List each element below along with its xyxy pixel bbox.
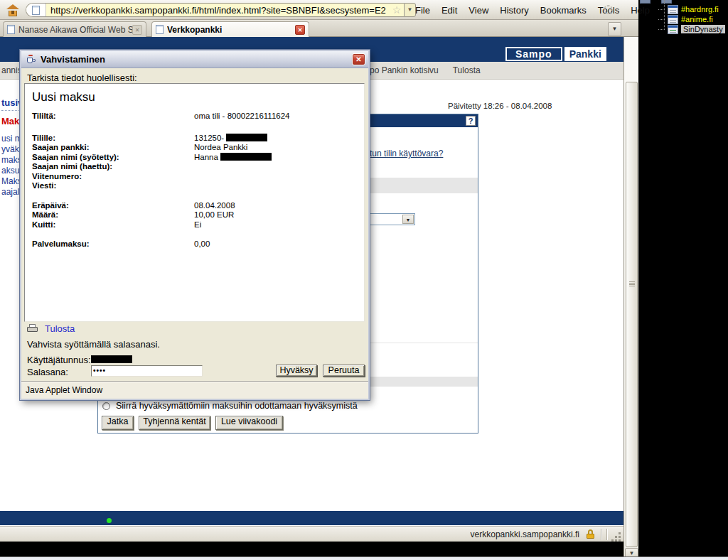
field-row-tilille: Tilille: 131250-: [32, 134, 357, 144]
scrollbar-grip: [629, 281, 635, 282]
tab-close-icon[interactable]: ✕: [132, 25, 142, 35]
menu-history[interactable]: History: [498, 4, 530, 16]
menu-bookmarks[interactable]: Bookmarks: [539, 4, 588, 16]
tree-item-hardnrg[interactable]: #hardnrg.fi: [658, 4, 719, 14]
browser-toolbar: https://verkkopankki.sampopankki.fi/html…: [0, 0, 638, 20]
vertical-scrollbar[interactable]: ▼: [623, 37, 638, 560]
tab-strip: Nanase Aikawa Official Web Site ✕ Verkko…: [0, 20, 638, 37]
field-label: Palvelumaksu:: [32, 239, 194, 249]
field-value: Ei: [194, 220, 201, 230]
redacted-value: [226, 134, 267, 141]
sidebar-divider: [1, 110, 20, 111]
tab-close-icon[interactable]: ✕: [295, 25, 305, 35]
menu-edit[interactable]: Edit: [440, 4, 459, 16]
link-bank-homepage[interactable]: po Pankin kotisivu: [370, 65, 439, 75]
tab-label: Verkkopankki: [167, 25, 295, 35]
redacted-value: [220, 153, 272, 161]
home-icon[interactable]: [6, 4, 19, 16]
approve-button[interactable]: Hyväksy: [276, 365, 317, 377]
tree-item-label: #hardnrg.fi: [681, 5, 719, 14]
field-row-maara: Määrä: 10,00 EUR: [32, 210, 357, 220]
tab-verkkopankki[interactable]: Verkkopankki ✕: [151, 21, 309, 37]
clear-fields-button[interactable]: Tyhjennä kentät: [139, 416, 210, 430]
field-value: Hanna: [194, 153, 218, 163]
tree-item-sindynasty[interactable]: SinDynasty: [658, 24, 725, 34]
last-updated-text: Päivitetty 18:26 - 08.04.2008: [448, 102, 552, 110]
dialog-instruction: Tarkista tiedot huolellisesti:: [27, 72, 137, 83]
tree-item-label: SinDynasty: [681, 25, 725, 33]
print-link[interactable]: Tulosta: [45, 323, 75, 334]
url-bar[interactable]: https://verkkopankki.sampopankki.fi/html…: [26, 3, 404, 17]
field-row-tililta: Tililtä: oma tili - 80002216111624: [32, 112, 357, 122]
field-label: Viitenumero:: [32, 172, 194, 182]
window-resize-grip[interactable]: [619, 532, 621, 534]
username-label: Käyttäjätunnus:: [27, 355, 91, 365]
browser-status-bar: verkkopankki.sampopankki.fi: [0, 526, 623, 542]
field-row-erapaiva: Eräpäivä: 08.04.2008: [32, 201, 357, 211]
dialog-close-icon[interactable]: ✕: [352, 53, 365, 65]
field-label: Tilille:: [32, 134, 194, 144]
field-value: 131250-: [194, 134, 224, 144]
nav-fragment-left: annis: [1, 65, 22, 75]
menu-view[interactable]: View: [467, 4, 490, 16]
status-dot: [107, 518, 112, 523]
tab-label: Nanase Aikawa Official Web Site: [18, 25, 132, 35]
site-favicon: [26, 4, 46, 16]
continue-button[interactable]: Jatka: [102, 416, 134, 430]
cancel-button[interactable]: Peruuta: [323, 365, 365, 377]
read-barcode-button[interactable]: Lue viivakoodi: [215, 416, 283, 430]
menu-bar: File Edit View History Bookmarks Tools H…: [414, 4, 651, 16]
bookmark-star-icon[interactable]: ☆: [390, 4, 404, 16]
sidebar-item[interactable]: yväk: [1, 144, 19, 154]
cut-off-icon: [640, 0, 651, 4]
sidebar-item[interactable]: aajal: [1, 187, 19, 197]
status-site-text: verkkopankki.sampopankki.fi: [471, 529, 579, 539]
cut-off-icon: [661, 0, 672, 4]
help-button[interactable]: ?: [466, 116, 476, 126]
field-row-saajan-pankki: Saajan pankki: Nordea Pankki: [32, 143, 357, 153]
java-applet-warning: Java Applet Window: [21, 381, 368, 399]
password-label: Salasana:: [27, 367, 68, 377]
menu-file[interactable]: File: [414, 4, 432, 16]
status-separator: [606, 529, 608, 540]
dialog-title-bar[interactable]: Vahvistaminen: [21, 51, 368, 68]
irc-window-tree: #hardnrg.fi #anime.fi SinDynasty: [638, 0, 728, 43]
account-balance-link[interactable]: tun tilin käyttövara?: [370, 149, 443, 158]
url-text[interactable]: https://verkkopankki.sampopankki.fi/html…: [46, 5, 390, 16]
field-label: Saajan nimi (haettu):: [32, 162, 194, 172]
field-row-viesti: Viesti:: [32, 181, 357, 191]
field-label: Tililtä:: [32, 112, 194, 122]
sidebar-item[interactable]: aksu: [1, 166, 19, 176]
radio-button[interactable]: [102, 402, 110, 410]
field-label: Eräpäivä:: [32, 201, 194, 211]
field-label: Viesti:: [32, 181, 194, 191]
tab-favicon: [7, 25, 15, 34]
field-value: Nordea Pankki: [194, 143, 247, 153]
print-row: Tulosta: [27, 323, 75, 334]
field-label: Saajan pankki:: [32, 143, 194, 153]
tree-item-anime[interactable]: #anime.fi: [658, 14, 713, 24]
field-value: 0,00: [194, 239, 210, 249]
tab-nanase-aikawa[interactable]: Nanase Aikawa Official Web Site ✕: [3, 21, 146, 37]
ssl-lock-icon[interactable]: [586, 529, 595, 539]
field-row-saajan-nimi-syotetty: Saajan nimi (syötetty): Hanna: [32, 153, 357, 163]
tab-list-dropdown[interactable]: ▼: [608, 22, 621, 36]
tab-favicon: [156, 25, 164, 34]
status-separator: [601, 529, 602, 540]
printer-icon[interactable]: [27, 324, 38, 333]
chevron-down-icon[interactable]: ▼: [402, 215, 414, 224]
sidebar-item[interactable]: usi m: [1, 134, 22, 144]
password-input[interactable]: ••••: [91, 365, 203, 377]
confirmation-dialog: Vahvistaminen ✕ Tarkista tiedot huolelli…: [20, 50, 370, 400]
sampo-pankki-logo: Sampo Pankki: [505, 47, 606, 61]
payment-heading: Uusi maksu: [32, 90, 357, 104]
link-print-page[interactable]: Tulosta: [453, 65, 481, 75]
field-row-saajan-nimi-haettu: Saajan nimi (haettu):: [32, 162, 357, 172]
scrollbar-thumb[interactable]: [626, 82, 638, 547]
radio-label: Siirrä hyväksymättömiin maksuihin odotta…: [116, 401, 358, 411]
field-row-kuitti: Kuitti: Ei: [32, 220, 357, 230]
move-to-unapproved-radio-row: Siirrä hyväksymättömiin maksuihin odotta…: [102, 401, 358, 411]
dialog-title: Vahvistaminen: [41, 54, 105, 65]
logo-pankki: Pankki: [564, 47, 606, 61]
field-row-palvelumaksu: Palvelumaksu: 0,00: [32, 239, 357, 249]
